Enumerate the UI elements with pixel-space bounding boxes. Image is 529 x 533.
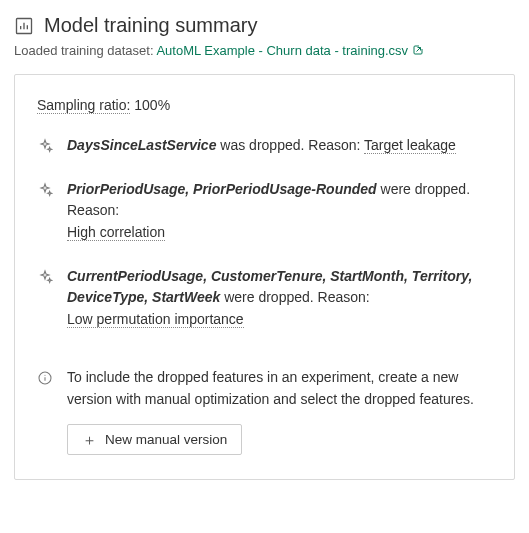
dataset-label: Loaded training dataset: [14,43,154,58]
svg-point-6 [44,375,45,376]
sampling-row: Sampling ratio: 100% [37,97,492,113]
drop-item-text: PriorPeriodUsage, PriorPeriodUsage-Round… [67,179,492,244]
info-text-container: To include the dropped features in an ex… [67,367,492,455]
info-block: To include the dropped features in an ex… [37,367,492,455]
drop-item: DaysSinceLastService was dropped. Reason… [37,135,492,157]
bar-chart-icon [14,16,34,36]
drop-item-text: DaysSinceLastService was dropped. Reason… [67,135,456,157]
drop-item: CurrentPeriodUsage, CustomerTenure, Star… [37,266,492,331]
reason-link[interactable]: High correlation [67,224,165,241]
plus-icon: ＋ [82,432,97,447]
external-link-icon [412,44,424,56]
dataset-link[interactable]: AutoML Example - Churn data - training.c… [156,43,424,58]
sparkle-icon [37,138,53,154]
summary-panel: Sampling ratio: 100% DaysSinceLastServic… [14,74,515,480]
sparkle-icon [37,269,53,285]
reason-link[interactable]: Low permutation importance [67,311,244,328]
feature-names: DaysSinceLastService [67,137,216,153]
sampling-ratio-value: 100% [134,97,170,113]
page-header: Model training summary [14,14,515,37]
drop-item-text: CurrentPeriodUsage, CustomerTenure, Star… [67,266,492,331]
feature-names: PriorPeriodUsage, PriorPeriodUsage-Round… [67,181,377,197]
page-title: Model training summary [44,14,257,37]
info-icon [37,370,53,386]
sparkle-icon [37,182,53,198]
reason-link[interactable]: Target leakage [364,137,456,154]
dataset-line: Loaded training dataset: AutoML Example … [14,43,515,58]
new-manual-version-button[interactable]: ＋ New manual version [67,424,242,455]
sampling-ratio-label[interactable]: Sampling ratio: [37,97,130,114]
info-text: To include the dropped features in an ex… [67,367,492,410]
drop-item: PriorPeriodUsage, PriorPeriodUsage-Round… [37,179,492,244]
